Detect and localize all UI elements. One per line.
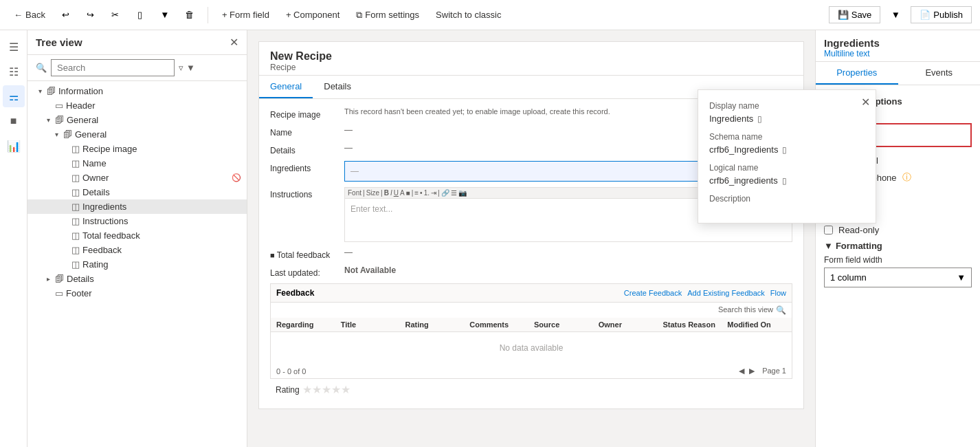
tab-events[interactable]: Events [898, 62, 981, 85]
name-field-label: Name [270, 125, 339, 138]
tree-item-total-feedback[interactable]: ◫ Total feedback [27, 228, 247, 243]
tree-item-information[interactable]: 🗐 Information [27, 84, 247, 98]
ingredients-dash: — [350, 166, 359, 176]
component-button[interactable]: + Component [280, 7, 345, 23]
editor-align[interactable]: ≡ [414, 189, 419, 197]
tree-item-header[interactable]: ▭ Header [27, 98, 247, 113]
switch-classic-button[interactable]: Switch to classic [430, 7, 506, 23]
redo-button[interactable]: ↪ [81, 6, 100, 25]
col-rating: Rating [405, 320, 465, 329]
editor-highlight[interactable]: ■ [406, 189, 410, 197]
data-icon[interactable]: 📊 [3, 135, 25, 157]
next-page-button[interactable]: ▶ [749, 367, 755, 375]
filter-button[interactable]: ▿ ▼ [179, 63, 195, 73]
search-input[interactable] [51, 59, 175, 76]
editor-color[interactable]: A [400, 189, 405, 197]
general1-icon: 🗐 [55, 115, 64, 125]
last-updated-value: Not Available [344, 265, 792, 275]
formatting-collapse-icon[interactable]: ▼ [824, 241, 833, 251]
owner-label: Owner [82, 173, 109, 183]
add-existing-feedback-button[interactable]: Add Existing Feedback [687, 289, 765, 297]
editor-bold[interactable]: B [384, 189, 389, 197]
feedback-empty: No data available [271, 332, 792, 364]
rating-stars[interactable]: ★★★★★ [302, 383, 350, 396]
tab-details[interactable]: Details [313, 76, 362, 98]
delete-button[interactable]: 🗑 [180, 6, 199, 25]
layers-icon[interactable]: ⚎ [3, 85, 25, 107]
tree-item-recipe-image[interactable]: ◫ Recipe image [27, 142, 247, 156]
tab-general[interactable]: General [259, 76, 313, 98]
tree-item-feedback[interactable]: ◫ Feedback [27, 243, 247, 257]
tree-item-owner[interactable]: ◫ Owner 🚫 [27, 171, 247, 185]
name-dash: — [344, 125, 353, 135]
editor-list[interactable]: • [420, 189, 423, 197]
controls-icon[interactable]: ■ [3, 110, 25, 132]
ingredients-field-label: Ingredients [270, 161, 339, 173]
name-icon: ◫ [71, 158, 80, 168]
cut-button[interactable]: ✂ [106, 6, 125, 25]
tree-search-bar: 🔍 ▿ ▼ [27, 55, 247, 81]
tree-item-general1[interactable]: 🗐 General [27, 113, 247, 127]
col-modified-on: Modified On [727, 320, 786, 329]
display-name-copy-icon[interactable]: ▯ [757, 114, 762, 124]
tree-close-button[interactable]: ✕ [230, 36, 238, 49]
back-button[interactable]: ← Back [8, 7, 51, 23]
popup-close-button[interactable]: ✕ [861, 96, 870, 109]
footer-icon: ▭ [55, 288, 63, 298]
feedback-pagination: 0 - 0 of 0 ◀ ▶ Page 1 [271, 364, 792, 378]
right-panel-subtitle: Multiline text [824, 49, 972, 58]
general1-label: General [67, 115, 98, 125]
form-field-width-dropdown[interactable]: 1 column ▼ [824, 268, 972, 287]
editor-link[interactable]: 🔗 [441, 189, 449, 197]
tree-item-rating[interactable]: ◫ Rating [27, 257, 247, 272]
tree-item-details-field[interactable]: ◫ Details [27, 185, 247, 199]
form-title: New Recipe [270, 50, 792, 63]
editor-underline[interactable]: U [394, 189, 399, 197]
tree-item-name[interactable]: ◫ Name [27, 156, 247, 171]
details-field-label: Details [82, 187, 110, 197]
schema-name-copy-icon[interactable]: ▯ [782, 145, 787, 155]
publish-button[interactable]: 📄 Publish [911, 6, 972, 23]
search-icon[interactable]: 🔍 [776, 305, 786, 315]
tree-item-instructions[interactable]: ◫ Instructions [27, 214, 247, 228]
editor-number[interactable]: 1. [424, 189, 430, 197]
editor-image[interactable]: 📷 [458, 189, 467, 197]
tree-item-general2[interactable]: 🗐 General [27, 127, 247, 142]
publish-icon: 📄 [920, 10, 931, 20]
flow-button[interactable]: Flow [770, 289, 786, 297]
prev-page-button[interactable]: ◀ [739, 367, 744, 375]
save-button[interactable]: 💾 Save [829, 6, 881, 23]
information-chevron [36, 87, 44, 95]
total-feedback-icon: ◫ [71, 230, 80, 241]
details-field-icon: ◫ [71, 187, 80, 197]
editor-indent[interactable]: ⇥ [431, 189, 436, 197]
editor-font: Font [348, 189, 361, 197]
readonly-checkbox[interactable] [824, 226, 833, 235]
copy-button[interactable]: ▯ [131, 6, 150, 25]
form-field-button[interactable]: + Form field [216, 7, 275, 23]
hide-on-phone-info-icon[interactable]: ⓘ [902, 171, 911, 184]
create-feedback-button[interactable]: Create Feedback [624, 289, 682, 297]
last-updated-row: Last updated: Not Available [270, 265, 792, 278]
tree-item-footer[interactable]: ▭ Footer [27, 286, 247, 301]
menu-icon[interactable]: ☰ [3, 36, 25, 58]
header-icon: ▭ [55, 100, 63, 111]
save-dropdown-button[interactable]: ▼ [886, 6, 905, 25]
grid-icon[interactable]: ☷ [3, 61, 25, 83]
logical-name-copy-icon[interactable]: ▯ [782, 176, 787, 186]
dropdown-arrow-button[interactable]: ▼ [155, 6, 175, 25]
form-settings-icon: ⧉ [356, 10, 362, 21]
undo-button[interactable]: ↩ [56, 6, 76, 25]
details-dash: — [344, 143, 353, 153]
editor-table[interactable]: ☰ [451, 189, 457, 197]
editor-italic[interactable]: I [390, 189, 392, 197]
total-feedback-dash: — [344, 248, 353, 257]
tree-item-ingredients[interactable]: ◫ Ingredients [27, 199, 247, 214]
form-settings-button[interactable]: ⧉ Form settings [350, 7, 425, 23]
tree-item-details-section[interactable]: 🗐 Details [27, 272, 247, 286]
tab-properties[interactable]: Properties [816, 62, 898, 85]
col-source: Source [534, 320, 593, 329]
details-section-chevron [44, 275, 52, 283]
editor-sep4: | [438, 189, 440, 197]
popup-schema-name-value: crfb6_Ingredients ▯ [709, 144, 865, 155]
